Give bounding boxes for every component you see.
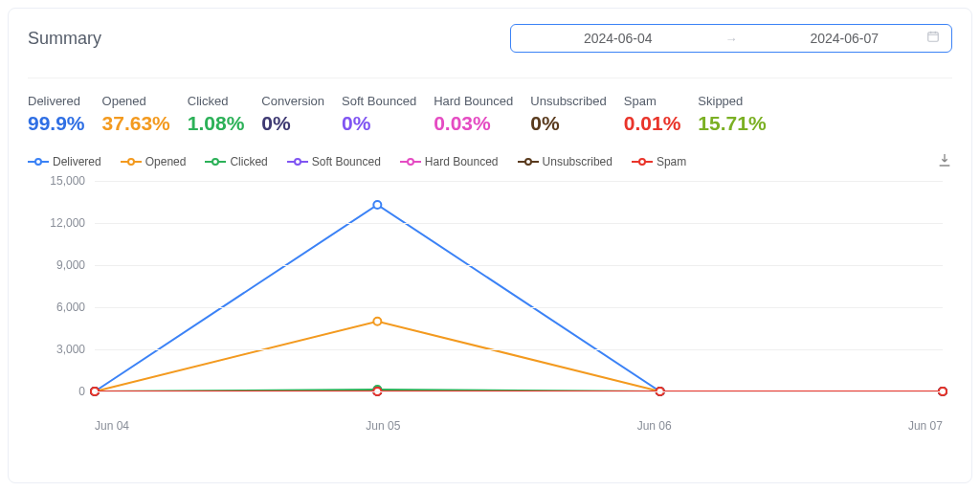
legend-label: Spam [657, 155, 686, 168]
download-icon[interactable] [937, 152, 952, 171]
legend-marker [518, 157, 539, 167]
legend-item-unsubscribed[interactable]: Unsubscribed [518, 155, 612, 168]
grid-line [95, 265, 943, 266]
date-from: 2024-06-04 [524, 31, 712, 46]
stat-label: Clicked [188, 94, 245, 108]
stat-value: 15.71% [698, 112, 766, 135]
stat-conversion: Conversion0% [261, 94, 324, 135]
legend-label: Hard Bounced [425, 155, 499, 168]
svg-rect-0 [928, 33, 939, 41]
x-tick-label: Jun 06 [637, 419, 672, 433]
data-point [373, 318, 381, 325]
legend-marker [205, 157, 226, 167]
legend-marker [400, 157, 421, 167]
x-tick-label: Jun 07 [908, 419, 943, 433]
legend-item-clicked[interactable]: Clicked [205, 155, 267, 168]
stats-row: Delivered99.9%Opened37.63%Clicked1.08%Co… [28, 94, 952, 135]
legend-item-soft-bounced[interactable]: Soft Bounced [287, 155, 381, 168]
stat-clicked: Clicked1.08% [188, 94, 245, 135]
stat-value: 0% [342, 112, 416, 135]
x-axis: Jun 04Jun 05Jun 06Jun 07 [95, 419, 943, 433]
y-tick-label: 12,000 [28, 216, 85, 230]
grid-line [95, 223, 943, 224]
legend-marker [632, 157, 653, 167]
stat-value: 0.03% [434, 112, 513, 135]
stat-label: Conversion [261, 94, 324, 108]
stat-label: Skipped [698, 94, 766, 108]
grid-line [95, 391, 943, 392]
stat-value: 0% [261, 112, 324, 135]
legend-item-delivered[interactable]: Delivered [28, 155, 101, 168]
stat-soft-bounced: Soft Bounced0% [342, 94, 416, 135]
stat-label: Soft Bounced [342, 94, 416, 108]
series-line-opened [95, 322, 943, 391]
calendar-icon [926, 30, 940, 47]
legend-label: Soft Bounced [312, 155, 381, 168]
y-tick-label: 0 [28, 385, 85, 398]
divider [28, 78, 952, 78]
legend-label: Unsubscribed [543, 155, 612, 168]
stat-value: 0% [530, 112, 607, 135]
stat-delivered: Delivered99.9% [28, 94, 85, 135]
stat-label: Spam [624, 94, 681, 108]
legend-item-opened[interactable]: Opened [121, 155, 187, 168]
y-tick-label: 15,000 [28, 174, 85, 188]
chart-plot [95, 181, 943, 391]
header: Summary 2024-06-04 → 2024-06-07 [28, 24, 952, 70]
legend-item-spam[interactable]: Spam [632, 155, 686, 168]
series-line-delivered [95, 205, 943, 391]
y-tick-label: 9,000 [28, 258, 85, 272]
stat-value: 37.63% [102, 112, 170, 135]
grid-line [95, 349, 943, 350]
stat-label: Hard Bounced [434, 94, 513, 108]
stat-label: Opened [102, 94, 170, 108]
legend-item-hard-bounced[interactable]: Hard Bounced [400, 155, 499, 168]
stat-opened: Opened37.63% [102, 94, 170, 135]
data-point [373, 201, 381, 209]
y-tick-label: 6,000 [28, 301, 85, 314]
stat-unsubscribed: Unsubscribed0% [530, 94, 607, 135]
date-range-picker[interactable]: 2024-06-04 → 2024-06-07 [510, 24, 952, 53]
legend-label: Clicked [230, 155, 267, 168]
stat-value: 0.01% [624, 112, 681, 135]
stat-spam: Spam0.01% [624, 94, 681, 135]
grid-line [95, 307, 943, 308]
page-title: Summary [28, 29, 101, 49]
chart-area: Jun 04Jun 05Jun 06Jun 07 03,0006,0009,00… [28, 181, 952, 415]
chart-legend: DeliveredOpenedClickedSoft BouncedHard B… [28, 152, 952, 171]
legend-marker [287, 157, 308, 167]
legend-marker [28, 157, 49, 167]
y-tick-label: 3,000 [28, 343, 85, 356]
grid-line [95, 181, 943, 182]
date-to: 2024-06-07 [751, 31, 939, 46]
stat-skipped: Skipped15.71% [698, 94, 766, 135]
legend-label: Opened [145, 155, 187, 168]
legend-marker [121, 157, 142, 167]
arrow-right-icon: → [725, 32, 738, 46]
stat-value: 1.08% [188, 112, 245, 135]
x-tick-label: Jun 05 [366, 419, 400, 433]
stat-value: 99.9% [28, 112, 85, 135]
legend-label: Delivered [53, 155, 101, 168]
x-tick-label: Jun 04 [95, 419, 129, 433]
stat-label: Delivered [28, 94, 85, 108]
stat-hard-bounced: Hard Bounced0.03% [434, 94, 513, 135]
summary-card: Summary 2024-06-04 → 2024-06-07 Delivere… [8, 8, 972, 483]
stat-label: Unsubscribed [530, 94, 607, 108]
